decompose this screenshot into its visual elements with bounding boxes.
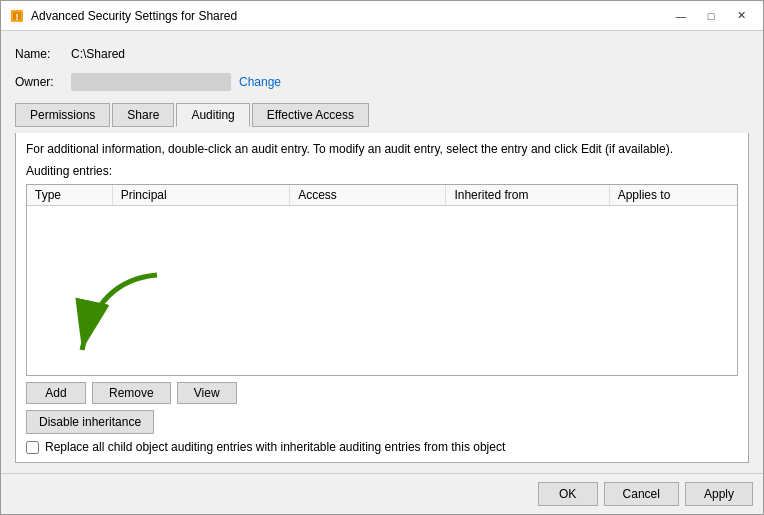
col-inherited: Inherited from xyxy=(446,185,609,206)
audit-table: Type Principal Access Inherited from App… xyxy=(27,185,737,336)
disable-inheritance-button[interactable]: Disable inheritance xyxy=(26,410,154,434)
change-link[interactable]: Change xyxy=(239,75,281,89)
name-label: Name: xyxy=(15,47,63,61)
add-button[interactable]: Add xyxy=(26,382,86,404)
action-buttons: Add Remove View xyxy=(26,382,738,404)
owner-row: Owner: Change xyxy=(15,71,749,93)
view-button[interactable]: View xyxy=(177,382,237,404)
tab-auditing[interactable]: Auditing xyxy=(176,103,249,127)
name-value: C:\Shared xyxy=(71,47,125,61)
close-button[interactable]: ✕ xyxy=(727,6,755,26)
tab-share[interactable]: Share xyxy=(112,103,174,127)
name-row: Name: C:\Shared xyxy=(15,43,749,65)
tab-content: For additional information, double-click… xyxy=(15,133,749,463)
svg-text:!: ! xyxy=(16,12,19,22)
minimize-button[interactable]: — xyxy=(667,6,695,26)
owner-label: Owner: xyxy=(15,75,63,89)
main-content: Name: C:\Shared Owner: Change Permission… xyxy=(1,31,763,473)
title-bar: ! Advanced Security Settings for Shared … xyxy=(1,1,763,31)
audit-table-body xyxy=(27,206,737,336)
replace-checkbox-label: Replace all child object auditing entrie… xyxy=(45,440,505,454)
bottom-bar: OK Cancel Apply xyxy=(1,473,763,514)
ok-button[interactable]: OK xyxy=(538,482,598,506)
maximize-button[interactable]: □ xyxy=(697,6,725,26)
replace-checkbox[interactable] xyxy=(26,441,39,454)
info-text: For additional information, double-click… xyxy=(26,141,738,158)
col-access: Access xyxy=(290,185,446,206)
window-icon: ! xyxy=(9,8,25,24)
tab-bar: Permissions Share Auditing Effective Acc… xyxy=(15,103,749,127)
main-window: ! Advanced Security Settings for Shared … xyxy=(0,0,764,515)
window-title: Advanced Security Settings for Shared xyxy=(31,9,667,23)
col-type: Type xyxy=(27,185,112,206)
audit-table-container: Type Principal Access Inherited from App… xyxy=(26,184,738,376)
apply-button[interactable]: Apply xyxy=(685,482,753,506)
col-applies: Applies to xyxy=(609,185,737,206)
replace-checkbox-row: Replace all child object auditing entrie… xyxy=(26,440,738,454)
owner-box xyxy=(71,73,231,91)
remove-button[interactable]: Remove xyxy=(92,382,171,404)
cancel-button[interactable]: Cancel xyxy=(604,482,679,506)
col-principal: Principal xyxy=(112,185,290,206)
tab-permissions[interactable]: Permissions xyxy=(15,103,110,127)
window-controls: — □ ✕ xyxy=(667,6,755,26)
auditing-entries-label: Auditing entries: xyxy=(26,164,738,178)
tab-effective-access[interactable]: Effective Access xyxy=(252,103,369,127)
